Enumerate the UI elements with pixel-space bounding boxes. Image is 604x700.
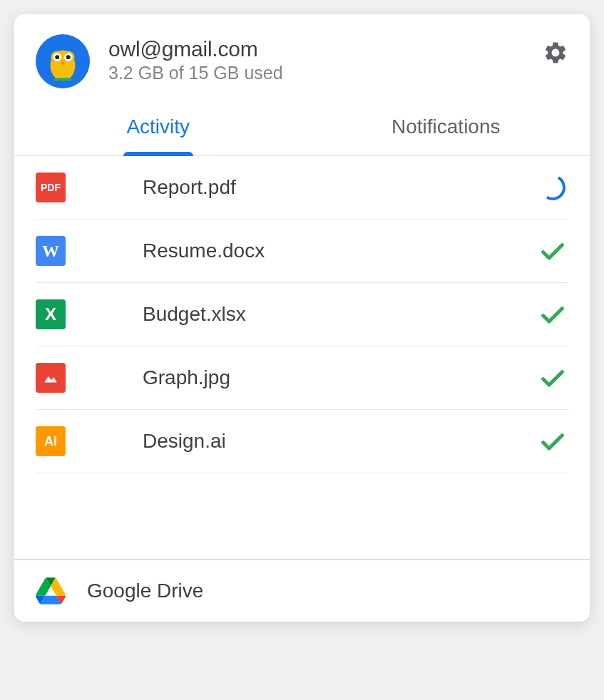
tab-notifications[interactable]: Notifications <box>302 101 590 155</box>
gear-icon <box>543 40 568 66</box>
file-name: Design.ai <box>143 430 537 453</box>
file-name: Resume.docx <box>143 240 537 262</box>
file-row[interactable]: Graph.jpg <box>36 346 568 410</box>
file-name: Report.pdf <box>143 176 537 199</box>
check-icon <box>538 237 567 265</box>
word-icon: W <box>36 236 66 266</box>
svg-point-6 <box>66 55 71 59</box>
settings-button[interactable] <box>543 40 568 66</box>
sync-status-done <box>537 235 568 267</box>
pdf-icon: PDF <box>36 173 66 202</box>
file-list: PDF Report.pdf W Resume.docx X Budget.xl… <box>14 156 590 559</box>
excel-icon: X <box>36 299 66 329</box>
google-drive-icon <box>36 577 66 604</box>
owl-avatar-icon <box>41 39 85 83</box>
file-row[interactable]: X Budget.xlsx <box>36 283 568 346</box>
image-icon <box>36 363 66 393</box>
file-row[interactable]: PDF Report.pdf <box>36 156 568 220</box>
svg-rect-8 <box>54 78 71 81</box>
footer-label: Google Drive <box>87 580 203 602</box>
spacer <box>36 473 568 559</box>
drive-sync-panel: owl@gmail.com 3.2 GB of 15 GB used Activ… <box>14 14 590 622</box>
illustrator-icon: Ai <box>36 426 66 456</box>
account-info: owl@gmail.com 3.2 GB of 15 GB used <box>108 34 543 83</box>
footer[interactable]: Google Drive <box>14 559 590 622</box>
file-row[interactable]: W Resume.docx <box>36 220 568 283</box>
sync-status-done <box>537 426 568 457</box>
svg-point-5 <box>55 55 59 59</box>
sync-status-syncing <box>537 172 568 203</box>
file-name: Graph.jpg <box>143 366 537 389</box>
tab-activity[interactable]: Activity <box>14 101 302 155</box>
account-email: owl@gmail.com <box>108 37 543 61</box>
check-icon <box>538 427 567 455</box>
spinner-icon <box>537 172 568 203</box>
sync-status-done <box>537 362 568 393</box>
storage-usage: 3.2 GB of 15 GB used <box>108 63 543 83</box>
svg-marker-9 <box>44 376 56 383</box>
mountain-icon <box>41 369 60 387</box>
header: owl@gmail.com 3.2 GB of 15 GB used <box>14 14 590 101</box>
check-icon <box>538 364 567 392</box>
check-icon <box>538 300 567 329</box>
file-name: Budget.xlsx <box>143 303 537 326</box>
tabs: Activity Notifications <box>14 101 590 156</box>
avatar[interactable] <box>36 34 90 88</box>
file-row[interactable]: Ai Design.ai <box>36 410 568 473</box>
sync-status-done <box>537 299 568 330</box>
